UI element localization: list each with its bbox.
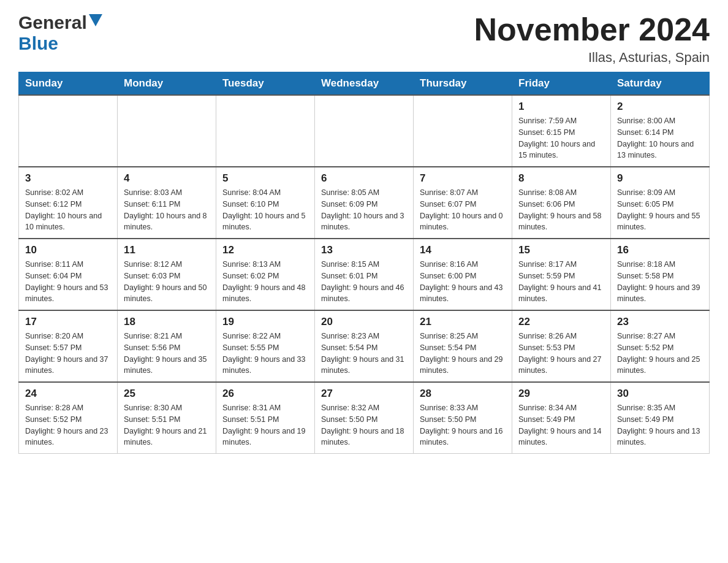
table-row: 19Sunrise: 8:22 AMSunset: 5:55 PMDayligh…	[216, 310, 315, 382]
table-row: 1Sunrise: 7:59 AMSunset: 6:15 PMDaylight…	[512, 95, 611, 167]
day-info: Sunrise: 8:21 AMSunset: 5:56 PMDaylight:…	[124, 331, 210, 377]
table-row: 14Sunrise: 8:16 AMSunset: 6:00 PMDayligh…	[414, 239, 512, 310]
day-info: Sunrise: 8:31 AMSunset: 5:51 PMDaylight:…	[222, 402, 308, 448]
table-row	[216, 95, 315, 167]
day-number: 9	[617, 172, 703, 185]
day-info: Sunrise: 8:22 AMSunset: 5:55 PMDaylight:…	[222, 331, 308, 377]
day-info: Sunrise: 8:02 AMSunset: 6:12 PMDaylight:…	[25, 187, 111, 233]
table-row: 27Sunrise: 8:32 AMSunset: 5:50 PMDayligh…	[315, 382, 414, 454]
table-row: 29Sunrise: 8:34 AMSunset: 5:49 PMDayligh…	[512, 382, 611, 454]
table-row: 23Sunrise: 8:27 AMSunset: 5:52 PMDayligh…	[611, 310, 710, 382]
day-info: Sunrise: 8:27 AMSunset: 5:52 PMDaylight:…	[617, 331, 703, 377]
day-info: Sunrise: 7:59 AMSunset: 6:15 PMDaylight:…	[518, 115, 604, 161]
day-number: 22	[518, 316, 604, 328]
table-row: 7Sunrise: 8:07 AMSunset: 6:07 PMDaylight…	[414, 167, 512, 239]
day-info: Sunrise: 8:05 AMSunset: 6:09 PMDaylight:…	[321, 187, 407, 233]
week-row-4: 17Sunrise: 8:20 AMSunset: 5:57 PMDayligh…	[19, 310, 710, 382]
table-row: 5Sunrise: 8:04 AMSunset: 6:10 PMDaylight…	[216, 167, 315, 239]
day-info: Sunrise: 8:35 AMSunset: 5:49 PMDaylight:…	[617, 402, 703, 448]
table-row: 25Sunrise: 8:30 AMSunset: 5:51 PMDayligh…	[118, 382, 216, 454]
day-info: Sunrise: 8:04 AMSunset: 6:10 PMDaylight:…	[222, 187, 308, 233]
table-row: 11Sunrise: 8:12 AMSunset: 6:03 PMDayligh…	[118, 239, 216, 310]
table-row	[315, 95, 414, 167]
day-number: 13	[321, 244, 407, 256]
day-number: 23	[617, 316, 703, 328]
table-row	[414, 95, 512, 167]
table-row: 4Sunrise: 8:03 AMSunset: 6:11 PMDaylight…	[118, 167, 216, 239]
day-info: Sunrise: 8:16 AMSunset: 6:00 PMDaylight:…	[420, 259, 506, 305]
day-info: Sunrise: 8:15 AMSunset: 6:01 PMDaylight:…	[321, 259, 407, 305]
day-number: 27	[321, 388, 407, 400]
day-number: 30	[617, 388, 703, 400]
day-number: 21	[420, 316, 506, 328]
day-info: Sunrise: 8:00 AMSunset: 6:14 PMDaylight:…	[617, 115, 703, 161]
week-row-3: 10Sunrise: 8:11 AMSunset: 6:04 PMDayligh…	[19, 239, 710, 310]
day-info: Sunrise: 8:30 AMSunset: 5:51 PMDaylight:…	[124, 402, 210, 448]
table-row: 22Sunrise: 8:26 AMSunset: 5:53 PMDayligh…	[512, 310, 611, 382]
day-info: Sunrise: 8:07 AMSunset: 6:07 PMDaylight:…	[420, 187, 506, 233]
day-number: 24	[25, 388, 111, 400]
title-block: November 2024 Illas, Asturias, Spain	[474, 12, 710, 66]
day-number: 11	[124, 244, 210, 256]
header-tuesday: Tuesday	[216, 72, 315, 96]
day-number: 5	[222, 172, 308, 185]
day-number: 3	[25, 172, 111, 185]
day-info: Sunrise: 8:03 AMSunset: 6:11 PMDaylight:…	[124, 187, 210, 233]
day-number: 29	[518, 388, 604, 400]
table-row: 30Sunrise: 8:35 AMSunset: 5:49 PMDayligh…	[611, 382, 710, 454]
table-row: 9Sunrise: 8:09 AMSunset: 6:05 PMDaylight…	[611, 167, 710, 239]
table-row: 2Sunrise: 8:00 AMSunset: 6:14 PMDaylight…	[611, 95, 710, 167]
table-row: 21Sunrise: 8:25 AMSunset: 5:54 PMDayligh…	[414, 310, 512, 382]
logo-general-text: General	[18, 12, 87, 33]
day-info: Sunrise: 8:25 AMSunset: 5:54 PMDaylight:…	[420, 331, 506, 377]
table-row: 26Sunrise: 8:31 AMSunset: 5:51 PMDayligh…	[216, 382, 315, 454]
table-row: 28Sunrise: 8:33 AMSunset: 5:50 PMDayligh…	[414, 382, 512, 454]
table-row: 12Sunrise: 8:13 AMSunset: 6:02 PMDayligh…	[216, 239, 315, 310]
logo: General Blue	[18, 12, 102, 54]
day-info: Sunrise: 8:23 AMSunset: 5:54 PMDaylight:…	[321, 331, 407, 377]
day-info: Sunrise: 8:26 AMSunset: 5:53 PMDaylight:…	[518, 331, 604, 377]
logo-blue-text: Blue	[18, 33, 58, 53]
logo-triangle-icon	[89, 14, 102, 26]
table-row: 24Sunrise: 8:28 AMSunset: 5:52 PMDayligh…	[19, 382, 118, 454]
week-row-5: 24Sunrise: 8:28 AMSunset: 5:52 PMDayligh…	[19, 382, 710, 454]
table-row: 10Sunrise: 8:11 AMSunset: 6:04 PMDayligh…	[19, 239, 118, 310]
table-row: 18Sunrise: 8:21 AMSunset: 5:56 PMDayligh…	[118, 310, 216, 382]
day-number: 18	[124, 316, 210, 328]
calendar-header-row: Sunday Monday Tuesday Wednesday Thursday…	[19, 72, 710, 96]
day-info: Sunrise: 8:32 AMSunset: 5:50 PMDaylight:…	[321, 402, 407, 448]
day-info: Sunrise: 8:28 AMSunset: 5:52 PMDaylight:…	[25, 402, 111, 448]
day-info: Sunrise: 8:18 AMSunset: 5:58 PMDaylight:…	[617, 259, 703, 305]
day-number: 2	[617, 101, 703, 113]
day-info: Sunrise: 8:33 AMSunset: 5:50 PMDaylight:…	[420, 402, 506, 448]
table-row: 3Sunrise: 8:02 AMSunset: 6:12 PMDaylight…	[19, 167, 118, 239]
day-info: Sunrise: 8:17 AMSunset: 5:59 PMDaylight:…	[518, 259, 604, 305]
day-number: 26	[222, 388, 308, 400]
table-row: 20Sunrise: 8:23 AMSunset: 5:54 PMDayligh…	[315, 310, 414, 382]
day-number: 15	[518, 244, 604, 256]
table-row: 6Sunrise: 8:05 AMSunset: 6:09 PMDaylight…	[315, 167, 414, 239]
day-info: Sunrise: 8:11 AMSunset: 6:04 PMDaylight:…	[25, 259, 111, 305]
week-row-1: 1Sunrise: 7:59 AMSunset: 6:15 PMDaylight…	[19, 95, 710, 167]
calendar-title: November 2024	[474, 12, 710, 47]
table-row: 17Sunrise: 8:20 AMSunset: 5:57 PMDayligh…	[19, 310, 118, 382]
day-number: 19	[222, 316, 308, 328]
table-row	[118, 95, 216, 167]
day-number: 7	[420, 172, 506, 185]
table-row: 16Sunrise: 8:18 AMSunset: 5:58 PMDayligh…	[611, 239, 710, 310]
day-number: 17	[25, 316, 111, 328]
header-saturday: Saturday	[611, 72, 710, 96]
day-number: 25	[124, 388, 210, 400]
header-wednesday: Wednesday	[315, 72, 414, 96]
header-friday: Friday	[512, 72, 611, 96]
day-info: Sunrise: 8:20 AMSunset: 5:57 PMDaylight:…	[25, 331, 111, 377]
table-row	[19, 95, 118, 167]
calendar-table: Sunday Monday Tuesday Wednesday Thursday…	[18, 72, 710, 454]
week-row-2: 3Sunrise: 8:02 AMSunset: 6:12 PMDaylight…	[19, 167, 710, 239]
day-number: 12	[222, 244, 308, 256]
table-row: 13Sunrise: 8:15 AMSunset: 6:01 PMDayligh…	[315, 239, 414, 310]
day-number: 1	[518, 101, 604, 113]
day-info: Sunrise: 8:12 AMSunset: 6:03 PMDaylight:…	[124, 259, 210, 305]
header-sunday: Sunday	[19, 72, 118, 96]
day-number: 4	[124, 172, 210, 185]
